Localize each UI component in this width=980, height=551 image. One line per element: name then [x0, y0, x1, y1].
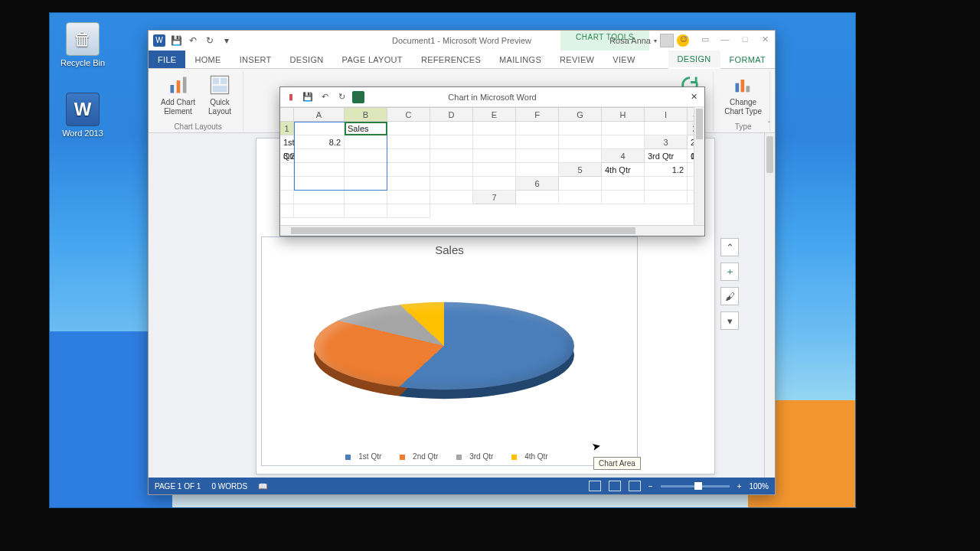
- column-header[interactable]: E: [473, 108, 516, 122]
- layout-options-icon[interactable]: ⌃: [720, 238, 739, 256]
- qat-customize-icon[interactable]: ▾: [220, 34, 233, 47]
- pie-chart[interactable]: [314, 266, 574, 435]
- button-label: Quick Layout: [208, 98, 231, 116]
- svg-rect-1: [176, 80, 180, 93]
- cell[interactable]: 4th Qtr: [602, 163, 645, 177]
- minimize-icon[interactable]: —: [715, 31, 735, 47]
- column-header[interactable]: G: [559, 108, 602, 122]
- chart-elements-icon[interactable]: ＋: [720, 262, 739, 281]
- button-label: Change Chart Type: [724, 98, 762, 116]
- tab-design[interactable]: DESIGN: [281, 51, 333, 68]
- tab-references[interactable]: REFERENCES: [412, 51, 490, 68]
- web-layout-icon[interactable]: [629, 481, 641, 491]
- column-header[interactable]: H: [602, 108, 645, 122]
- change-chart-type-button[interactable]: Change Chart Type: [721, 72, 765, 117]
- ribbon-group-chart-layouts: Add Chart Element Quick Layout Chart Lay…: [153, 72, 243, 131]
- user-name: Rosa Anna: [609, 36, 651, 45]
- add-chart-element-button[interactable]: Add Chart Element: [158, 72, 198, 117]
- cell[interactable]: [387, 122, 430, 135]
- word-icon: W: [66, 93, 100, 126]
- status-page[interactable]: PAGE 1 OF 1: [155, 482, 201, 491]
- button-label: Add Chart Element: [161, 98, 195, 116]
- vertical-scrollbar[interactable]: [764, 133, 775, 478]
- chart-title[interactable]: Sales: [262, 237, 637, 259]
- spreadsheet-grid[interactable]: A B C D E F G H I J 1 Sales 2 1st Qtr 8.…: [280, 107, 704, 225]
- tab-chart-design[interactable]: DESIGN: [668, 51, 720, 69]
- row-header[interactable]: 6: [516, 177, 559, 191]
- chart-shortcut-buttons: ⌃ ＋ 🖌 ▾: [720, 238, 739, 330]
- column-header[interactable]: D: [430, 108, 473, 122]
- legend-item[interactable]: 3rd Qtr: [456, 452, 498, 461]
- collapse-ribbon-icon[interactable]: ˆ: [768, 121, 770, 129]
- datasheet-title-bar: ▮ 💾 ↶ ↻ X Chart in Microsoft Word ✕: [280, 87, 704, 107]
- maximize-icon[interactable]: □: [735, 31, 755, 47]
- select-all-cell[interactable]: [280, 108, 294, 122]
- ribbon-group-label: Type: [735, 121, 752, 131]
- tab-view[interactable]: VIEW: [603, 51, 644, 68]
- legend-item[interactable]: 4th Qtr: [511, 452, 554, 461]
- column-header[interactable]: I: [645, 108, 688, 122]
- row-header[interactable]: 3: [645, 135, 688, 149]
- desktop-icon-recycle-bin[interactable]: 🗑 Recycle Bin: [56, 22, 109, 67]
- print-layout-icon[interactable]: [609, 481, 621, 491]
- read-mode-icon[interactable]: [589, 481, 601, 491]
- pie-3d-top: [314, 302, 574, 390]
- column-header[interactable]: F: [516, 108, 559, 122]
- tab-home[interactable]: HOME: [185, 51, 230, 68]
- status-bar: PAGE 1 OF 1 0 WORDS 📖 − + 100%: [149, 478, 775, 494]
- svg-rect-9: [746, 86, 750, 92]
- word-app-icon: W: [153, 34, 165, 47]
- tab-page-layout[interactable]: PAGE LAYOUT: [333, 51, 412, 68]
- row-header[interactable]: 1: [280, 122, 294, 135]
- cell[interactable]: [294, 122, 345, 135]
- chart-object[interactable]: Sales 1st Qtr 2nd Qtr 3rd Qtr 4th Qtr: [261, 236, 638, 466]
- desktop-icon-word[interactable]: W Word 2013: [56, 93, 109, 138]
- chart-styles-icon[interactable]: 🖌: [720, 287, 739, 305]
- tab-insert[interactable]: INSERT: [230, 51, 281, 68]
- column-header[interactable]: B: [345, 108, 387, 122]
- zoom-out-icon[interactable]: −: [648, 482, 653, 491]
- chart-filters-icon[interactable]: ▾: [720, 311, 739, 330]
- cell[interactable]: Sales: [345, 122, 387, 135]
- zoom-slider[interactable]: [661, 485, 730, 487]
- cell[interactable]: 3.2: [280, 149, 294, 163]
- datasheet-horizontal-scrollbar[interactable]: [280, 225, 704, 236]
- ribbon-options-icon[interactable]: ▭: [695, 31, 715, 47]
- row-header[interactable]: 4: [602, 149, 645, 163]
- ribbon-group-label: Chart Layouts: [174, 121, 221, 131]
- quick-layout-icon: [208, 73, 231, 96]
- row-header[interactable]: 5: [559, 163, 602, 177]
- tab-chart-format[interactable]: FORMAT: [720, 51, 775, 68]
- legend-item[interactable]: 1st Qtr: [345, 452, 387, 461]
- svg-rect-4: [213, 78, 219, 84]
- windows-desktop: 🗑 Recycle Bin W Word 2013 W 💾 ↶ ↻ ▾ Docu…: [49, 12, 856, 508]
- chart-legend[interactable]: 1st Qtr 2nd Qtr 3rd Qtr 4th Qtr: [262, 452, 637, 461]
- cell[interactable]: 1.2: [645, 163, 688, 177]
- cell[interactable]: 1st Qtr: [280, 135, 294, 149]
- tab-review[interactable]: REVIEW: [550, 51, 603, 68]
- zoom-in-icon[interactable]: +: [737, 482, 742, 491]
- datasheet-vertical-scrollbar[interactable]: [694, 107, 704, 225]
- close-icon[interactable]: ✕: [755, 31, 775, 47]
- tab-mailings[interactable]: MAILINGS: [490, 51, 550, 68]
- svg-rect-7: [735, 83, 739, 93]
- column-header[interactable]: C: [387, 108, 430, 122]
- datasheet-title: Chart in Microsoft Word: [280, 93, 704, 102]
- quick-layout-button[interactable]: Quick Layout: [201, 72, 238, 117]
- legend-item[interactable]: 2nd Qtr: [400, 452, 443, 461]
- zoom-level[interactable]: 100%: [749, 482, 769, 491]
- proofing-icon[interactable]: 📖: [258, 482, 267, 491]
- column-header[interactable]: A: [294, 108, 345, 122]
- close-icon[interactable]: ✕: [688, 90, 700, 103]
- cell[interactable]: 8.2: [294, 135, 345, 149]
- save-icon[interactable]: 💾: [170, 34, 182, 47]
- undo-icon[interactable]: ↶: [187, 34, 199, 47]
- tab-file[interactable]: FILE: [149, 51, 185, 68]
- status-words[interactable]: 0 WORDS: [211, 482, 247, 491]
- cell[interactable]: 3rd Qtr: [645, 149, 688, 163]
- title-bar: W 💾 ↶ ↻ ▾ Document1 - Microsoft Word Pre…: [149, 31, 775, 51]
- row-header[interactable]: 7: [473, 191, 516, 204]
- tooltip-chart-area: Chart Area: [593, 457, 641, 470]
- redo-icon[interactable]: ↻: [204, 34, 216, 47]
- help-icon[interactable]: ?: [675, 31, 695, 47]
